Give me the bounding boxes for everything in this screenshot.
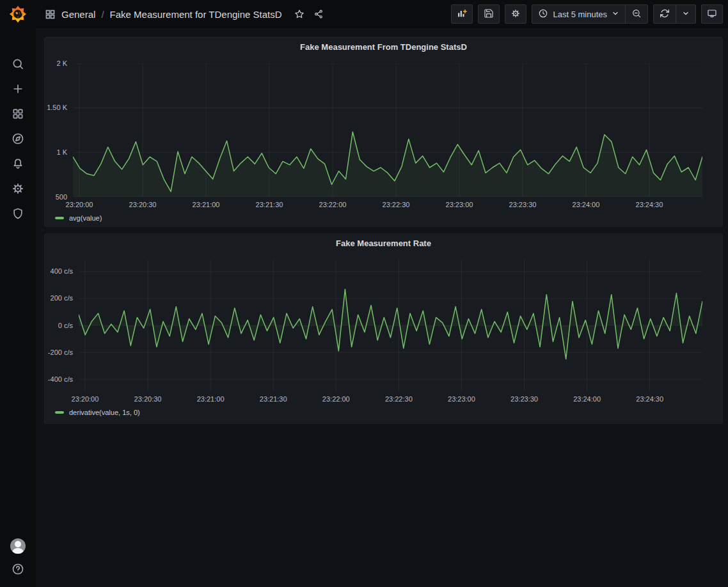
sidebar-item-create[interactable]: [5, 77, 31, 102]
x-axis-tick-label: 23:20:00: [72, 395, 99, 403]
dashboard-header: General / Fake Measurement for TDengine …: [36, 0, 728, 28]
y-axis-tick-label: 1.50 K: [45, 104, 67, 112]
panel-title[interactable]: Fake Measurement Rate: [45, 234, 722, 260]
zoom-out-icon: [631, 8, 642, 20]
x-axis-tick-label: 23:24:30: [636, 395, 663, 403]
dashboard-toolbar: Last 5 minutes: [451, 4, 723, 24]
sidebar: [0, 0, 36, 587]
help-question-icon: [12, 563, 24, 578]
x-axis-tick-label: 23:22:00: [319, 201, 347, 209]
legend-item[interactable]: derivative(value, 1s, 0): [45, 409, 140, 416]
time-series-plot[interactable]: 400 c/s200 c/s0 c/s-200 c/s-400 c/s23:20…: [45, 260, 722, 407]
search-icon: [12, 58, 24, 73]
y-axis-tick-label: 400 c/s: [45, 267, 73, 276]
sidebar-item-search[interactable]: [5, 52, 31, 77]
x-axis-tick-label: 23:22:30: [385, 395, 413, 403]
y-axis-tick-label: 1 K: [45, 148, 67, 157]
x-axis-tick-label: 23:21:00: [193, 201, 220, 209]
panel-title[interactable]: Fake Measurement From TDengine StatsD: [45, 38, 722, 63]
user-avatar[interactable]: [10, 538, 26, 554]
x-axis-tick-label: 23:20:00: [66, 201, 93, 209]
cycle-view-mode-button[interactable]: [701, 4, 723, 24]
time-range-label: Last 5 minutes: [553, 10, 607, 19]
x-axis-tick-label: 23:21:00: [197, 395, 225, 403]
share-dashboard-button[interactable]: [310, 6, 327, 22]
x-axis-tick-label: 23:20:30: [134, 395, 162, 403]
x-axis-tick-label: 23:20:30: [129, 201, 157, 209]
grafana-logo[interactable]: [0, 0, 36, 28]
sidebar-item-help[interactable]: [5, 563, 31, 578]
refresh-interval-dropdown[interactable]: [676, 5, 695, 23]
y-axis-tick-label: 2 K: [45, 59, 67, 68]
breadcrumb: General / Fake Measurement for TDengine …: [45, 9, 282, 20]
chevron-down-icon: [612, 10, 619, 19]
x-axis-tick-label: 23:24:30: [636, 201, 663, 209]
zoom-out-time-button[interactable]: [625, 5, 647, 23]
dashboard-settings-button[interactable]: [505, 4, 526, 24]
x-axis-tick-label: 23:24:00: [573, 201, 600, 209]
save-icon: [484, 8, 494, 20]
sidebar-item-server-admin[interactable]: [5, 202, 31, 227]
y-axis-tick-label: -200 c/s: [45, 348, 73, 357]
legend-series-label: derivative(value, 1s, 0): [69, 409, 140, 416]
legend-series-swatch: [55, 411, 64, 414]
bell-icon: [12, 157, 24, 173]
x-axis-tick-label: 23:21:30: [260, 395, 287, 403]
x-axis-tick-label: 23:23:30: [509, 201, 537, 209]
breadcrumb-dashboard-title[interactable]: Fake Measurement for TDengine StatsD: [110, 9, 282, 20]
x-axis-tick-label: 23:22:00: [322, 395, 350, 403]
plus-icon: [12, 82, 24, 98]
avatar-person-icon: [15, 541, 21, 547]
x-axis-tick-label: 23:21:30: [256, 201, 283, 209]
breadcrumb-folder[interactable]: General: [61, 9, 95, 20]
time-series-plot[interactable]: 2 K1.50 K1 K50023:20:0023:20:3023:21:002…: [45, 63, 722, 212]
refresh-dashboard-button[interactable]: [654, 5, 676, 23]
legend-series-label: avg(value): [69, 214, 102, 222]
y-axis-tick-label: 500: [45, 193, 67, 201]
save-dashboard-button[interactable]: [478, 4, 500, 24]
dashboard-grid-icon: [45, 9, 56, 20]
x-axis-tick-label: 23:23:30: [510, 395, 538, 403]
clock-icon: [538, 8, 548, 20]
y-axis-tick-label: 200 c/s: [45, 294, 73, 302]
x-axis-tick-label: 23:23:00: [446, 201, 473, 209]
compass-icon: [12, 132, 24, 148]
refresh-sync-icon: [660, 8, 670, 20]
sidebar-item-alerting[interactable]: [5, 152, 31, 177]
y-axis-tick-label: -400 c/s: [45, 375, 73, 384]
panel-fake-measurement-rate: Fake Measurement Rate 400 c/s200 c/s0 c/…: [44, 233, 723, 424]
sidebar-item-configuration[interactable]: [5, 177, 31, 202]
star-dashboard-button[interactable]: [291, 6, 308, 22]
panel-fake-measurement: Fake Measurement From TDengine StatsD 2 …: [44, 37, 723, 227]
add-panel-icon: [457, 8, 467, 20]
legend-item[interactable]: avg(value): [45, 214, 102, 222]
x-axis-tick-label: 23:22:30: [383, 201, 410, 209]
dashboards-grid-icon: [12, 107, 24, 123]
time-range-picker[interactable]: Last 5 minutes: [532, 5, 625, 23]
gear-icon: [12, 182, 24, 198]
y-axis-tick-label: 0 c/s: [45, 322, 73, 330]
add-panel-button[interactable]: [451, 4, 473, 24]
breadcrumb-separator: /: [101, 9, 104, 20]
refresh-group: [653, 4, 696, 24]
x-axis-tick-label: 23:24:00: [573, 395, 601, 403]
time-range-group: Last 5 minutes: [532, 4, 648, 24]
legend-series-swatch: [55, 217, 64, 219]
chevron-down-icon: [682, 10, 690, 19]
x-axis-tick-label: 23:23:00: [448, 395, 475, 403]
monitor-icon: [707, 8, 717, 20]
gear-icon: [510, 8, 521, 20]
shield-icon: [12, 207, 24, 223]
sidebar-item-explore[interactable]: [5, 127, 31, 152]
sidebar-item-dashboards[interactable]: [5, 102, 31, 127]
dashboard-canvas: Fake Measurement From TDengine StatsD 2 …: [44, 37, 723, 430]
